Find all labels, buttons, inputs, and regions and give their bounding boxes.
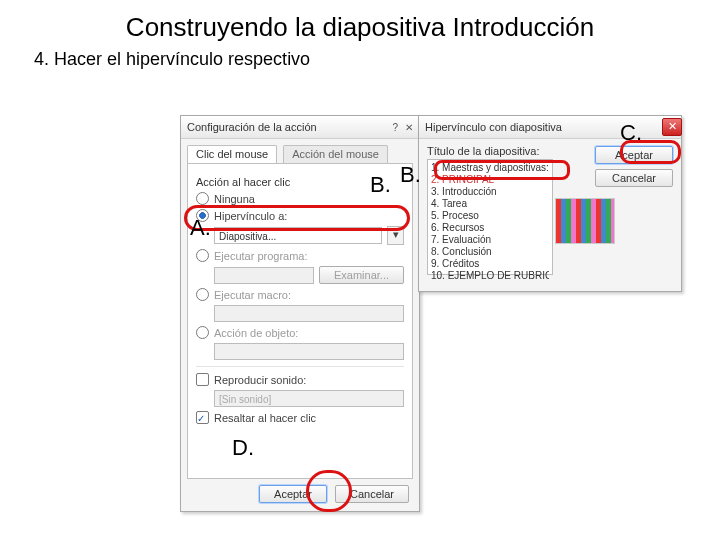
dialog2-title: Hipervínculo con diapositiva <box>425 116 562 138</box>
divider <box>196 366 404 367</box>
radio-none[interactable] <box>196 192 209 205</box>
list-item[interactable]: 1. Maestras y diapositivas: temas y din.… <box>431 162 549 174</box>
dialog1-pane: Acción al hacer clic Ninguna Hipervíncul… <box>187 163 413 479</box>
list-item[interactable]: 2. PRINCIPAL <box>431 174 549 186</box>
list-item[interactable]: 7. Evaluación <box>431 234 549 246</box>
callout-label-a: A. <box>190 215 211 241</box>
radio-objaction[interactable] <box>196 326 209 339</box>
list-item[interactable]: 6. Recursos <box>431 222 549 234</box>
hyperlink-target-dropdown[interactable]: Diapositiva... <box>214 227 382 244</box>
slide-list[interactable]: 1. Maestras y diapositivas: temas y din.… <box>427 159 553 275</box>
list-item[interactable]: 3. Introducción <box>431 186 549 198</box>
dlg1-cancel-button[interactable]: Cancelar <box>335 485 409 503</box>
dlg1-ok-button[interactable]: Aceptar <box>259 485 327 503</box>
chk-sound[interactable] <box>196 373 209 386</box>
objaction-dropdown <box>214 343 404 360</box>
hyperlink-slide-dialog: Hipervínculo con diapositiva ? Título de… <box>418 115 682 292</box>
slide-title: Construyendo la diapositiva Introducción <box>0 12 720 43</box>
opt-link-label: Hipervínculo a: <box>214 210 287 222</box>
list-item[interactable]: 4. Tarea <box>431 198 549 210</box>
dlg2-cancel-button[interactable]: Cancelar <box>595 169 673 187</box>
tab-click[interactable]: Clic del mouse <box>187 145 277 163</box>
chk-highlight[interactable] <box>196 411 209 424</box>
dialog1-title: Configuración de la acción <box>187 116 317 138</box>
radio-program[interactable] <box>196 249 209 262</box>
macro-dropdown <box>214 305 404 322</box>
list-item[interactable]: 10. EJEMPLO DE RUBRICA <box>431 270 549 282</box>
program-path-input <box>214 267 314 284</box>
sound-dropdown: [Sin sonido] <box>214 390 404 407</box>
list-item[interactable]: 8. Conclusión <box>431 246 549 258</box>
chk-sound-label: Reproducir sonido: <box>214 374 306 386</box>
close-icon[interactable]: ✕ <box>662 118 682 136</box>
opt-none-label: Ninguna <box>214 193 255 205</box>
callout-label-b: B. <box>370 172 391 198</box>
list-item[interactable]: 9. Créditos <box>431 258 549 270</box>
opt-macro-label: Ejecutar macro: <box>214 289 291 301</box>
chk-highlight-label: Resaltar al hacer clic <box>214 412 316 424</box>
radio-macro[interactable] <box>196 288 209 301</box>
list-item[interactable]: 5. Proceso <box>431 210 549 222</box>
tab-mouseover[interactable]: Acción del mouse <box>283 145 388 163</box>
close-icon[interactable]: ✕ <box>405 122 413 133</box>
callout-label-b2: B. <box>400 162 421 188</box>
slide-preview-thumbnail <box>555 198 615 244</box>
callout-label-c: C. <box>620 120 642 146</box>
opt-prog-label: Ejecutar programa: <box>214 250 308 262</box>
step-text: 4. Hacer el hipervínculo respectivo <box>34 49 720 70</box>
opt-objaction-label: Acción de objeto: <box>214 327 298 339</box>
dialog1-titlebar: Configuración de la acción ? ✕ <box>181 116 419 139</box>
dlg2-ok-button[interactable]: Aceptar <box>595 146 673 164</box>
help-icon[interactable]: ? <box>392 122 398 133</box>
callout-label-d: D. <box>232 435 254 461</box>
dropdown-icon[interactable]: ▾ <box>387 226 404 245</box>
browse-button[interactable]: Examinar... <box>319 266 404 284</box>
